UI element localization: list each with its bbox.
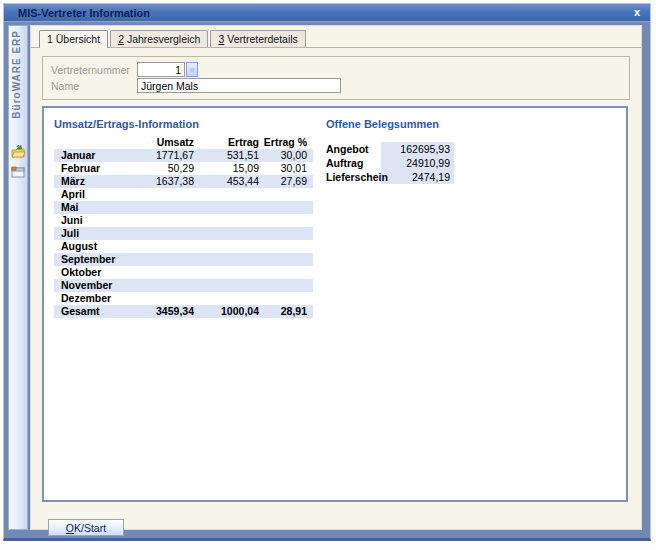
sidebar: BüroWARE ERP bbox=[8, 25, 28, 530]
brand-vertical-label: BüroWARE ERP bbox=[11, 30, 22, 119]
window-icon[interactable] bbox=[10, 164, 26, 180]
name-input[interactable] bbox=[137, 78, 341, 93]
ok-start-button[interactable]: OK/Start bbox=[48, 519, 124, 536]
tab-vertreterdetails[interactable]: 3 Vertreterdetails bbox=[210, 30, 305, 47]
umsatz-section: Umsatz/Ertrags-Information Umsatz Ertrag… bbox=[54, 118, 314, 318]
umsatz-table: Umsatz Ertrag Ertrag % Januar1771,67531,… bbox=[54, 136, 313, 318]
tab-uebersicht[interactable]: 1 Übersicht bbox=[39, 30, 108, 48]
table-row: August bbox=[54, 240, 313, 253]
table-row: Januar1771,67531,5130,00 bbox=[54, 149, 313, 162]
umsatz-section-title: Umsatz/Ertrags-Information bbox=[54, 118, 314, 130]
beleg-section-title: Offene Belegsummen bbox=[326, 118, 455, 130]
table-row: November bbox=[54, 279, 313, 292]
table-row: Dezember bbox=[54, 292, 313, 305]
open-folder-icon[interactable] bbox=[10, 144, 26, 160]
umsatz-header-row: Umsatz Ertrag Ertrag % bbox=[54, 136, 313, 149]
list-item: Angebot 162695,93 bbox=[326, 142, 454, 156]
total-row: Gesamt 3459,34 1000,04 28,91 bbox=[54, 305, 313, 318]
vertreternummer-label: Vertreternummer bbox=[51, 64, 137, 76]
list-item: Lieferschein 2474,19 bbox=[326, 170, 454, 184]
close-icon[interactable]: x bbox=[632, 7, 642, 18]
dialog-footer: OK/Start bbox=[48, 519, 641, 536]
tab-jahresvergleich[interactable]: 2 Jahresvergleich bbox=[110, 30, 208, 47]
vertreter-form: Vertreternummer ○ Name bbox=[42, 56, 630, 100]
title-bar: MIS-Vertreter Information x bbox=[4, 4, 650, 22]
table-row: Mai bbox=[54, 201, 313, 214]
beleg-table: Angebot 162695,93 Auftrag 24910,99 Liefe… bbox=[326, 142, 454, 184]
lookup-button[interactable]: ○ bbox=[186, 62, 198, 77]
vertreternummer-input[interactable] bbox=[137, 62, 185, 77]
table-row: April bbox=[54, 188, 313, 201]
name-label: Name bbox=[51, 80, 137, 92]
beleg-section: Offene Belegsummen Angebot 162695,93 Auf… bbox=[326, 118, 455, 184]
col-ertrag: Ertrag bbox=[194, 136, 259, 149]
table-row: Oktober bbox=[54, 266, 313, 279]
col-ertrag-pct: Ertrag % bbox=[259, 136, 313, 149]
data-panel: Umsatz/Ertrags-Information Umsatz Ertrag… bbox=[42, 106, 628, 502]
table-row: Juli bbox=[54, 227, 313, 240]
table-row: Februar50,2915,0930,01 bbox=[54, 162, 313, 175]
app-window: MIS-Vertreter Information x BüroWARE ERP bbox=[3, 3, 651, 541]
col-umsatz: Umsatz bbox=[120, 136, 194, 149]
tab-bar: 1 Übersicht 2 Jahresvergleich 3 Vertrete… bbox=[31, 26, 641, 48]
table-row: Juni bbox=[54, 214, 313, 227]
list-item: Auftrag 24910,99 bbox=[326, 156, 454, 170]
window-title: MIS-Vertreter Information bbox=[18, 7, 632, 19]
table-row: September bbox=[54, 253, 313, 266]
table-row: März1637,38453,4427,69 bbox=[54, 175, 313, 188]
dialog-content: 1 Übersicht 2 Jahresvergleich 3 Vertrete… bbox=[30, 25, 642, 530]
